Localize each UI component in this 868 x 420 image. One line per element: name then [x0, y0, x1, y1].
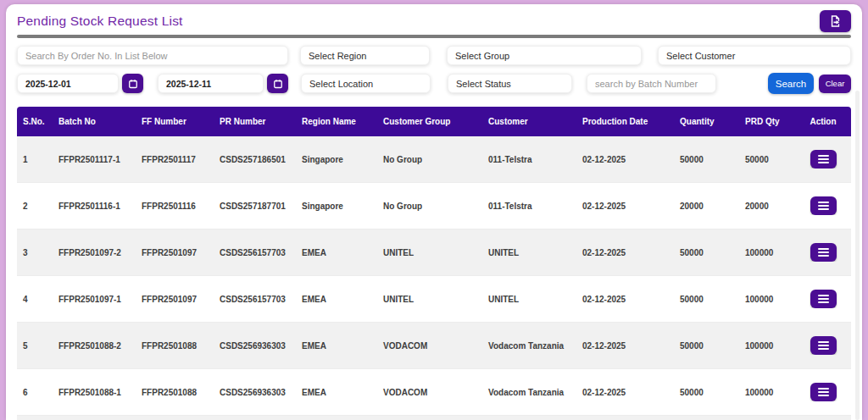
date-to-input[interactable] — [158, 74, 264, 93]
table-row: 2FFPR2501116-1FFPR2501116CSDS257187701Si… — [17, 183, 851, 229]
cell-batch-no: FFPR2501097-1 — [53, 295, 136, 304]
customer-select[interactable]: Select Customer — [658, 46, 851, 65]
search-button[interactable]: Search — [768, 73, 814, 94]
menu-icon — [818, 295, 829, 296]
cell-quantity: 50000 — [674, 295, 739, 304]
cell-quantity: 50000 — [674, 155, 739, 164]
table-row: 5FFPR2501088-2FFPR2501088CSDS256936303EM… — [17, 323, 851, 369]
table-row: 6FFPR2501088-1FFPR2501088CSDS256936303EM… — [17, 369, 851, 416]
cell-customer-group: VODACOM — [377, 341, 482, 351]
clear-button[interactable]: Clear — [819, 75, 851, 93]
column-header-pr-number: PR Number — [214, 117, 296, 126]
cell-prd-qty: 50000 — [739, 155, 795, 164]
menu-icon — [818, 248, 829, 250]
export-button[interactable] — [820, 10, 851, 32]
location-select[interactable]: Select Location — [301, 74, 431, 93]
cell-action — [795, 383, 851, 401]
cell-ff-number: FFPR2501117 — [136, 155, 214, 164]
cell-batch-no: FFPR2501117-1 — [53, 155, 136, 164]
date-from-input[interactable] — [17, 74, 119, 93]
row-action-menu-button[interactable] — [810, 383, 837, 401]
table-scrollbar[interactable] — [855, 91, 860, 420]
column-header-ff-number: FF Number — [136, 117, 214, 126]
calendar-icon — [273, 79, 283, 89]
row-action-menu-button[interactable] — [810, 196, 837, 215]
cell-production-date: 02-12-2025 — [576, 388, 674, 397]
cell-ff-number: FFPR2501088 — [136, 388, 214, 397]
cell-prd-qty: 20000 — [739, 202, 795, 211]
cell-s-no: 1 — [17, 155, 53, 164]
date-to-calendar-button[interactable] — [267, 74, 288, 93]
filter-row-2: Select Location Select Status Search Cle… — [17, 73, 851, 94]
cell-batch-no: FFPR2501088-2 — [53, 341, 136, 351]
cell-customer-group: UNITEL — [377, 295, 482, 304]
cell-customer: 011-Telstra — [482, 155, 576, 164]
filter-row-1: Select Region Select Group Select Custom… — [17, 46, 851, 65]
cell-region-name: EMEA — [296, 248, 377, 257]
topbar: Pending Stock Request List — [17, 4, 851, 31]
menu-icon — [818, 158, 829, 160]
cell-batch-no: FFPR2501088-1 — [53, 388, 136, 397]
cell-batch-no: FFPR2501097-2 — [53, 248, 136, 257]
row-action-menu-button[interactable] — [810, 243, 837, 262]
cell-s-no: 4 — [17, 295, 53, 304]
cell-customer: 011-Telstra — [482, 202, 576, 211]
row-action-menu-button[interactable] — [810, 150, 837, 169]
menu-icon — [818, 251, 829, 253]
column-header-batch-no: Batch No — [53, 117, 136, 126]
cell-customer: UNITEL — [482, 295, 576, 304]
row-action-menu-button[interactable] — [810, 336, 837, 355]
group-select[interactable]: Select Group — [447, 46, 642, 65]
date-from-calendar-button[interactable] — [122, 74, 143, 93]
column-header-production-date: Production Date — [576, 117, 674, 126]
cell-customer: Vodacom Tanzania — [482, 341, 576, 351]
table-row-partial — [17, 416, 851, 420]
pending-stock-request-card: Pending Stock Request List Select Region… — [6, 4, 862, 420]
cell-region-name: EMEA — [296, 388, 377, 397]
table-header-row: S.No.Batch NoFF NumberPR NumberRegion Na… — [17, 107, 851, 136]
cell-pr-number: CSDS256936303 — [214, 388, 296, 397]
menu-icon — [818, 345, 829, 346]
table-row: 4FFPR2501097-1FFPR2501097CSDS256157703EM… — [17, 276, 851, 323]
cell-batch-no: FFPR2501116-1 — [53, 202, 136, 211]
cell-pr-number: CSDS256157703 — [214, 295, 296, 304]
column-header-action: Action — [795, 117, 851, 126]
region-select[interactable]: Select Region — [300, 46, 430, 65]
menu-icon — [818, 391, 829, 393]
order-search-input[interactable] — [17, 46, 288, 65]
cell-s-no: 2 — [17, 202, 53, 211]
cell-action — [795, 150, 851, 169]
cell-production-date: 02-12-2025 — [576, 341, 674, 351]
cell-ff-number: FFPR2501097 — [136, 248, 214, 257]
batch-number-input[interactable] — [587, 74, 716, 93]
menu-icon — [818, 162, 829, 163]
cell-region-name: EMEA — [296, 341, 377, 351]
cell-ff-number: FFPR2501088 — [136, 341, 214, 351]
menu-icon — [818, 255, 829, 257]
menu-icon — [818, 208, 829, 210]
status-select[interactable]: Select Status — [448, 74, 572, 93]
cell-prd-qty: 100000 — [739, 341, 795, 351]
menu-icon — [818, 395, 829, 396]
menu-icon — [818, 301, 829, 303]
cell-production-date: 02-12-2025 — [576, 295, 674, 304]
cell-customer-group: UNITEL — [377, 248, 482, 257]
menu-icon — [818, 202, 829, 203]
cell-quantity: 20000 — [674, 202, 739, 211]
calendar-icon — [128, 79, 138, 89]
menu-icon — [818, 205, 829, 207]
menu-icon — [818, 155, 829, 157]
cell-s-no: 3 — [17, 248, 53, 257]
pending-requests-table: S.No.Batch NoFF NumberPR NumberRegion Na… — [17, 107, 851, 420]
table-row: 3FFPR2501097-2FFPR2501097CSDS256157703EM… — [17, 229, 851, 276]
table-row: 1FFPR2501117-1FFPR2501117CSDS257186501Si… — [17, 136, 851, 183]
menu-icon — [818, 348, 829, 350]
cell-ff-number: FFPR2501116 — [136, 202, 214, 211]
column-header-prd-qty: PRD Qty — [739, 117, 795, 126]
cell-quantity: 50000 — [674, 341, 739, 351]
cell-customer: UNITEL — [482, 248, 576, 257]
row-action-menu-button[interactable] — [810, 290, 837, 308]
column-header-region-name: Region Name — [296, 117, 377, 126]
cell-prd-qty: 100000 — [739, 248, 795, 257]
cell-ff-number: FFPR2501097 — [136, 295, 214, 304]
